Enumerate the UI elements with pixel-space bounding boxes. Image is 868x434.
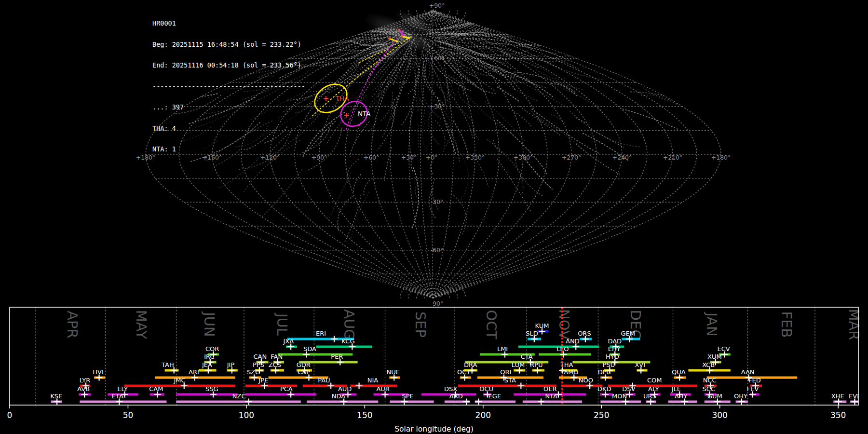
- trail-tip: [401, 35, 403, 37]
- grid-label: +60°: [364, 154, 380, 161]
- shower-code-LYR: LYR: [80, 377, 91, 384]
- begin-time-line: Beg: 20251115 16:48:54 (sol = 233.22°): [152, 41, 305, 48]
- observation-header: HR0001 Beg: 20251115 16:48:54 (sol = 233…: [152, 6, 305, 167]
- grid-label: +180°: [711, 154, 731, 161]
- month-label-AUG: AUG: [341, 309, 357, 340]
- shower-code-SLD: SLD: [526, 330, 538, 337]
- shower-code-PAU: PAU: [318, 377, 330, 384]
- month-label-JAN: JAN: [704, 312, 720, 337]
- grid-label: +270°: [562, 154, 582, 161]
- shower-code-DAD: DAD: [608, 338, 622, 345]
- shower-code-JLE: JLE: [671, 385, 681, 393]
- shower-code-CAM: CAM: [149, 385, 163, 393]
- shower-code-OHY: OHY: [734, 393, 747, 400]
- peak-cross-NTA: [538, 399, 544, 405]
- shower-code-EGE: EGE: [488, 393, 502, 400]
- shower-row-violet: KSEETANZCNDASPEARDEGENTAMONURSAHYGUMOHYX…: [50, 393, 859, 405]
- grid-label: +0°: [426, 154, 438, 161]
- shower-code-JEA: JEA: [202, 361, 212, 368]
- shower-code-DPC: DPC: [598, 368, 611, 376]
- shower-code-MON: MON: [612, 393, 627, 400]
- grid-label: -90°: [431, 300, 444, 307]
- shower-code-DSV: DSV: [622, 385, 635, 393]
- shower-code-COR: COR: [205, 345, 219, 353]
- x-tick-label: 250: [594, 410, 609, 420]
- shower-code-GDR: GDR: [297, 361, 311, 368]
- shower-code-ELY: ELY: [117, 385, 128, 393]
- x-tick-label: 350: [830, 410, 846, 420]
- x-axis-label: Solar longitude (deg): [394, 425, 474, 434]
- peak-cross-EGE: [475, 399, 482, 405]
- shower-code-NCC: NCC: [703, 377, 717, 384]
- shower-bar-JMC: [124, 385, 235, 387]
- shower-bar-MON: [600, 401, 641, 403]
- shower-code-EHY: EHY: [608, 345, 621, 353]
- shower-code-OCU: OCU: [479, 385, 493, 393]
- shower-code-XVI: XVI: [635, 361, 645, 368]
- separator-line: ---------------------------------------: [152, 83, 305, 90]
- shower-bar-KCG: [316, 346, 372, 348]
- month-label-JUN: JUN: [201, 311, 217, 337]
- shower-code-FED: FED: [748, 377, 761, 384]
- month-label-SEP: SEP: [412, 312, 429, 338]
- shower-code-ORI: ORI: [500, 368, 511, 376]
- shower-code-URS: URS: [643, 393, 656, 400]
- shower-code-AAN: AAN: [741, 368, 755, 376]
- shower-row-magenta: AVBELYCAMSSGPCAAUDAURDSXOCUOERDKDDSVALYJ…: [77, 385, 759, 398]
- x-tick-label: 150: [357, 410, 372, 420]
- shower-code-KUM: KUM: [535, 322, 549, 329]
- shower-code-ARI: ARI: [189, 368, 199, 376]
- grid-label: +240°: [612, 154, 632, 161]
- shower-code-HVI: HVI: [93, 368, 104, 376]
- shower-row-red: LYRJMCJPEPAUNIASTANOOCOMNCCFED: [80, 377, 762, 389]
- sporadic-count: ...: 397: [152, 104, 305, 111]
- meteor-radiant-app: +90°-90°+60°+30°-30°-60°+180°+150°+120°+…: [0, 0, 868, 434]
- shower-code-JXA: JXA: [283, 338, 294, 345]
- shower-row-green: CORSDALMILEOEHYECV: [205, 345, 731, 358]
- trail-tip: [389, 38, 391, 40]
- month-label-APR: APR: [64, 311, 81, 338]
- grid-label: +90°: [429, 2, 445, 9]
- shower-code-ETA: ETA: [112, 393, 123, 400]
- shower-code-SPE: SPE: [402, 393, 414, 400]
- peak-cross-STA: [517, 383, 524, 389]
- grid-label: -30°: [431, 198, 444, 205]
- shower-code-ALY: ALY: [648, 385, 659, 393]
- shower-code-DSX: DSX: [444, 385, 457, 393]
- shower-code-NZC: NZC: [232, 393, 246, 400]
- shower-code-AUD: AUD: [338, 385, 352, 393]
- peak-cross-ERI: [331, 336, 338, 342]
- grid-label: +90°: [312, 154, 327, 161]
- shower-code-KSE: KSE: [50, 393, 62, 400]
- station-id: HR0001: [152, 20, 305, 27]
- shower-code-ECV: ECV: [717, 345, 730, 353]
- shower-bar-ETA: [80, 401, 166, 403]
- shower-code-IRC: IRC: [204, 353, 214, 360]
- x-tick-label: 50: [123, 410, 134, 420]
- grid-label: -60°: [431, 246, 444, 254]
- month-label-MAR: MAR: [846, 309, 862, 340]
- grid-label: +210°: [663, 154, 683, 161]
- grid-label: +300°: [514, 154, 533, 161]
- shower-code-AMO: AMO: [564, 368, 578, 376]
- shower-code-RPU: RPU: [530, 361, 542, 368]
- month-label-NOV: NOV: [556, 309, 572, 340]
- shower-code-PPS: PPS: [253, 361, 264, 368]
- shower-code-LEO: LEO: [556, 345, 569, 353]
- shower-bar-PCA: [245, 393, 316, 396]
- shower-code-PER: PER: [331, 353, 343, 360]
- month-label-JUL: JUL: [274, 312, 290, 336]
- shower-bar-SPE: [390, 401, 434, 403]
- shower-code-FAN: FAN: [271, 353, 283, 360]
- nta-count: NTA: 1: [152, 146, 305, 153]
- shower-code-THA: THA: [560, 361, 573, 368]
- shower-code-NUE: NUE: [387, 368, 400, 376]
- shower-label-NTA: NTA: [358, 110, 371, 118]
- x-tick-label: 0: [7, 410, 13, 420]
- shower-code-FEV: FEV: [747, 385, 759, 393]
- shower-code-XHE: XHE: [831, 393, 844, 400]
- shower-code-DKD: DKD: [597, 385, 611, 393]
- shower-code-NIA: NIA: [367, 377, 379, 384]
- shower-code-HYD: HYD: [606, 353, 619, 360]
- shower-code-PCA: PCA: [280, 385, 293, 393]
